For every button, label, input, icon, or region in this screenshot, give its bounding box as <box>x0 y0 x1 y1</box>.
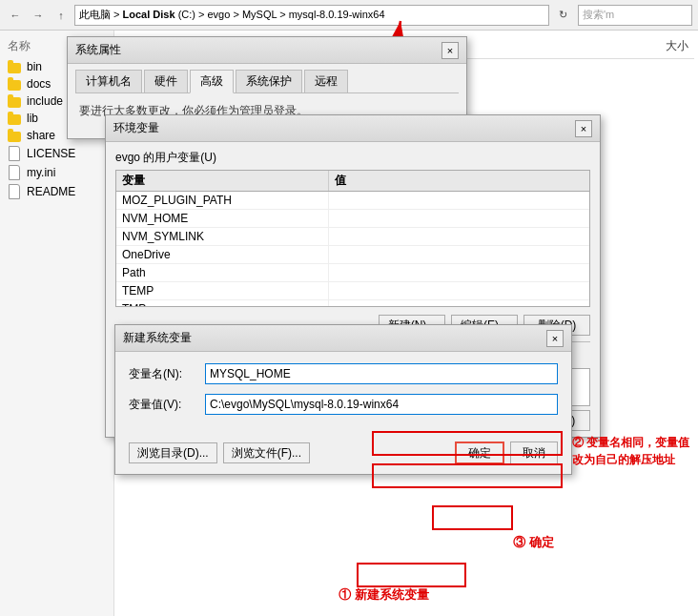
newsysvar-footer: 浏览目录(D)... 浏览文件(F)... 确定 取消 <box>115 436 571 474</box>
up-button[interactable]: ↑ <box>51 6 71 25</box>
ok-button[interactable]: 确定 <box>455 441 504 464</box>
tab-remote[interactable]: 远程 <box>304 70 348 92</box>
sidebar-item-license[interactable]: LICENSE <box>0 144 113 163</box>
var-name: OneDrive <box>116 246 329 263</box>
folder-icon <box>8 77 23 91</box>
val-column-header: 值 <box>329 171 589 191</box>
sidebar-item-label: include <box>27 94 63 108</box>
sidebar-item-label: share <box>27 129 55 142</box>
sidebar-item-label: LICENSE <box>27 147 75 160</box>
cancel-button[interactable]: 取消 <box>510 441 558 464</box>
var-value <box>329 192 589 209</box>
var-value-label: 变量值(V): <box>129 397 205 413</box>
var-name: TEMP <box>116 282 329 299</box>
var-name: NVM_SYMLINK <box>116 228 329 245</box>
explorer-toolbar: ← → ↑ 此电脑 > Local Disk (C:) > evgo > MyS… <box>0 0 698 31</box>
footer-left: 浏览目录(D)... 浏览文件(F)... <box>129 442 310 463</box>
address-text: 此电脑 > Local Disk (C:) > evgo > MySQL > m… <box>79 8 385 22</box>
newsysvar-title: 新建系统变量 <box>123 330 192 346</box>
var-name-input[interactable] <box>205 363 558 384</box>
folder-icon <box>8 112 23 125</box>
search-placeholder: 搜索'm <box>583 8 614 22</box>
browse-dir-button[interactable]: 浏览目录(D)... <box>129 442 217 463</box>
browse-file-button[interactable]: 浏览文件(F)... <box>223 442 310 463</box>
table-row[interactable]: NVM_HOME <box>116 210 589 228</box>
sysprop-title: 系统属性 <box>75 42 121 58</box>
sidebar-item-label: lib <box>27 112 38 125</box>
var-column-header: 变量 <box>116 171 329 191</box>
var-value <box>329 246 589 263</box>
address-bar[interactable]: 此电脑 > Local Disk (C:) > evgo > MySQL > m… <box>74 5 549 26</box>
sidebar-item-label: README <box>27 185 75 198</box>
tab-computer-name[interactable]: 计算机名 <box>75 70 142 92</box>
sysprop-close-button[interactable]: × <box>441 42 459 59</box>
tab-system-protection[interactable]: 系统保护 <box>236 70 302 92</box>
sidebar-item-label: docs <box>27 77 51 91</box>
sidebar-item-label: bin <box>27 60 42 73</box>
var-name-label: 变量名(N): <box>129 366 205 382</box>
var-name-row: 变量名(N): <box>129 363 558 384</box>
var-value-row: 变量值(V): <box>129 394 558 415</box>
footer-right: 确定 取消 <box>455 441 558 464</box>
envvars-titlebar: 环境变量 × <box>106 115 600 142</box>
var-name: NVM_HOME <box>116 210 329 227</box>
file-icon <box>8 165 23 180</box>
newsysvar-body: 变量名(N): 变量值(V): <box>115 352 571 436</box>
var-value-input[interactable] <box>205 394 558 415</box>
table-row[interactable]: Path <box>116 264 589 282</box>
table-row[interactable]: OneDrive <box>116 246 589 264</box>
file-icon <box>8 184 23 199</box>
tab-hardware[interactable]: 硬件 <box>144 70 188 92</box>
folder-icon <box>8 94 23 108</box>
sidebar-item-myini[interactable]: my.ini <box>0 163 113 182</box>
newsysvar-titlebar: 新建系统变量 × <box>115 325 571 352</box>
sidebar-item-label: my.ini <box>27 166 55 179</box>
user-vars-section: evgo 的用户变量(U) 变量 值 MOZ_PLUGIN_PATH NVM_H… <box>115 150 590 307</box>
var-name: Path <box>116 264 329 281</box>
sidebar-item-readme[interactable]: README <box>0 182 113 201</box>
envvars-close-button[interactable]: × <box>575 120 592 137</box>
folder-icon <box>8 129 23 142</box>
table-row[interactable]: MOZ_PLUGIN_PATH <box>116 192 589 210</box>
size-column-header: 大小 <box>660 36 694 56</box>
envvars-title: 环境变量 <box>113 120 159 136</box>
forward-button[interactable]: → <box>29 6 48 25</box>
var-value <box>329 210 589 227</box>
table-row[interactable]: TEMP <box>116 282 589 300</box>
user-vars-label: evgo 的用户变量(U) <box>115 150 590 166</box>
var-name: MOZ_PLUGIN_PATH <box>116 192 329 209</box>
search-box[interactable]: 搜索'm <box>578 5 692 26</box>
tab-advanced[interactable]: 高级 <box>190 70 234 93</box>
table-row[interactable]: TMP <box>116 300 589 306</box>
newsysvar-dialog: 新建系统变量 × 变量名(N): 变量值(V): 浏览目录(D)... 浏览文件… <box>114 324 572 475</box>
var-value <box>329 228 589 245</box>
back-button[interactable]: ← <box>6 6 25 25</box>
sysprop-tabs: 计算机名 硬件 高级 系统保护 远程 <box>68 64 466 92</box>
user-vars-table: 变量 值 MOZ_PLUGIN_PATH NVM_HOME NVM_SYMLIN… <box>115 170 590 307</box>
nav-icons: ← → ↑ <box>6 6 71 25</box>
file-icon <box>8 146 23 161</box>
table-header: 变量 值 <box>116 171 589 192</box>
var-name: TMP <box>116 300 329 306</box>
var-value <box>329 300 589 306</box>
table-row[interactable]: NVM_SYMLINK <box>116 228 589 246</box>
newsysvar-close-button[interactable]: × <box>546 330 564 347</box>
sysprop-titlebar: 系统属性 × <box>68 37 466 64</box>
user-vars-list: MOZ_PLUGIN_PATH NVM_HOME NVM_SYMLINK One… <box>116 192 589 306</box>
var-value <box>329 282 589 299</box>
folder-icon <box>8 60 23 73</box>
refresh-button[interactable]: ↻ <box>553 6 572 25</box>
var-value <box>329 264 589 281</box>
